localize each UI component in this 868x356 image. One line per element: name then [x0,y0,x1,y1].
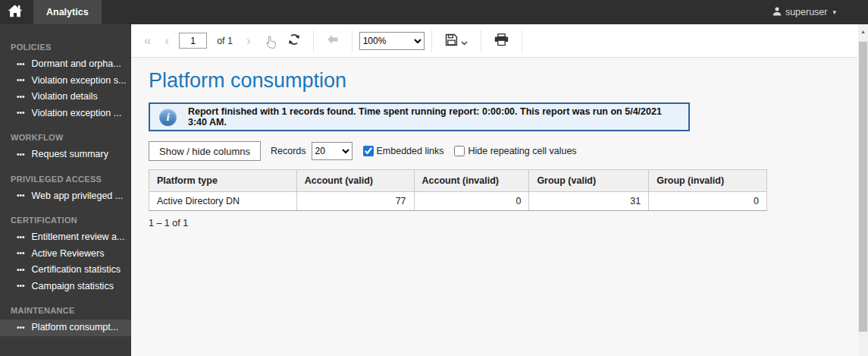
show-hide-columns-button[interactable]: Show / hide columns [149,141,261,161]
section-title: MAINTENANCE [0,295,131,320]
sidebar-item-label: Certification statistics [32,265,121,276]
section-title: WORKFLOW [0,121,131,146]
section-title: POLICIES [0,43,131,56]
page-count-label: of 1 [217,36,233,46]
export-button[interactable] [439,30,474,52]
next-page-button[interactable]: › [240,34,258,47]
home-icon [8,5,22,20]
sidebar-item-label: Web app privileged ... [32,191,124,202]
page-title: Platform consumption [149,69,858,93]
cell-group-invalid: 0 [649,192,767,211]
report-content: Platform consumption i Report finished w… [131,69,858,228]
hide-repeating-checkbox[interactable] [454,146,465,156]
hand-cursor-icon [265,34,277,52]
sidebar-item-entitlement-review[interactable]: ••• Entitlement review a... [0,229,131,246]
sidebar-item-certification-statistics[interactable]: ••• Certification statistics [0,262,131,279]
sidebar-item-violation-exception-s[interactable]: ••• Violation exception s... [0,73,131,90]
column-header-account-valid: Account (valid) [296,170,414,192]
sidebar-item-label: Entitlement review a... [32,232,125,243]
refresh-icon [288,33,300,48]
sidebar-item-label: Active Reviewers [32,249,105,260]
sidebar-section-maintenance: MAINTENANCE ••• Platform consumpt... [0,295,131,336]
cell-account-invalid: 0 [414,192,529,211]
first-page-button[interactable]: « [137,34,158,47]
sidebar-item-label: Request summary [32,150,108,160]
user-name: superuser [785,7,828,17]
toolbar-separator [352,30,353,52]
row-range-label: 1 – 1 of 1 [149,218,858,228]
hide-repeating-control[interactable]: Hide repeating cell values [454,146,576,156]
scrollbar-thumb[interactable] [859,42,867,332]
home-button[interactable] [0,0,29,24]
sidebar-item-request-summary[interactable]: ••• Request summary [0,146,131,163]
toolbar-separator [481,30,481,52]
sidebar-item-web-app-privileged[interactable]: ••• Web app privileged ... [0,188,131,205]
sidebar-section-policies: POLICIES ••• Dormant and orpha... ••• Vi… [0,43,131,121]
topbar: Analytics superuser ▾ [0,0,868,24]
embedded-links-control[interactable]: Embedded links [363,146,444,156]
report-item-icon: ••• [17,234,25,241]
toolbar-separator [431,30,432,52]
table-row: Active Directory DN 77 0 31 0 [149,192,767,211]
page-number-input[interactable] [179,33,207,49]
section-title: CERTIFICATION [0,204,131,229]
user-menu[interactable]: superuser ▾ [772,7,836,18]
sidebar-item-violation-details[interactable]: ••• Violation details [0,89,131,106]
sidebar-item-label: Violation exception ... [32,109,122,119]
report-info-banner: i Report finished with 1 records found. … [149,102,690,131]
column-header-group-invalid: Group (invalid) [649,170,767,192]
sidebar-section-privileged-access: PRIVILEGED ACCESS ••• Web app privileged… [0,163,131,205]
sidebar-item-platform-consumption[interactable]: ••• Platform consumpt... [0,320,131,336]
sidebar-item-violation-exception[interactable]: ••• Violation exception ... [0,106,131,122]
toolbar-separator [313,30,314,52]
hide-repeating-label: Hide repeating cell values [468,146,576,156]
cell-account-valid: 77 [296,192,414,211]
print-button[interactable] [488,30,515,52]
chevron-down-icon [461,36,468,48]
refresh-button[interactable] [282,30,306,51]
report-item-icon: ••• [17,93,25,101]
column-header-group-valid: Group (valid) [529,170,649,192]
report-item-icon: ••• [17,282,25,290]
tab-analytics[interactable]: Analytics [33,0,102,24]
column-header-account-invalid: Account (invalid) [414,170,529,192]
cell-group-valid: 31 [529,192,649,211]
report-item-icon: ••• [17,77,25,84]
printer-icon [494,33,509,49]
records-label: Records [271,146,306,156]
report-item-icon: ••• [17,109,25,117]
report-table: Platform type Account (valid) Account (i… [149,169,767,211]
table-header-row: Platform type Account (valid) Account (i… [149,170,767,192]
sidebar: POLICIES ••• Dormant and orpha... ••• Vi… [0,24,131,356]
sidebar-item-active-reviewers[interactable]: ••• Active Reviewers [0,246,131,263]
report-item-icon: ••• [17,61,25,68]
report-item-icon: ••• [17,250,25,257]
sidebar-item-label: Campaign statistics [32,282,114,292]
previous-page-button[interactable]: ‹ [158,34,176,47]
chevron-down-icon: ▾ [832,8,836,16]
back-button[interactable] [321,31,345,50]
sidebar-item-label: Platform consumpt... [32,323,119,333]
sidebar-item-label: Dormant and orpha... [32,59,121,70]
zoom-select[interactable]: 100% [359,32,425,50]
embedded-links-label: Embedded links [377,146,444,156]
records-per-page-select[interactable]: 20 [312,142,353,160]
report-status-text: Report finished with 1 records found. Ti… [188,106,679,128]
sidebar-item-dormant-and-orphaned[interactable]: ••• Dormant and orpha... [0,56,131,73]
section-title: PRIVILEGED ACCESS [0,163,131,188]
sidebar-section-certification: CERTIFICATION ••• Entitlement review a..… [0,204,131,295]
embedded-links-checkbox[interactable] [363,146,374,156]
report-toolbar: « ‹ of 1 › [131,24,858,58]
sidebar-section-workflow: WORKFLOW ••• Request summary [0,121,131,163]
sidebar-item-label: Violation exception s... [32,76,127,87]
scroll-up-icon[interactable]: ▴ [858,28,868,35]
report-item-icon: ••• [17,151,25,159]
toolbar-separator [522,30,522,52]
report-item-icon: ••• [17,324,25,332]
report-item-icon: ••• [17,192,25,200]
info-icon: i [159,109,177,126]
sidebar-item-campaign-statistics[interactable]: ••• Campaign statistics [0,279,131,295]
back-arrow-icon [327,34,339,47]
report-item-icon: ••• [17,266,25,274]
vertical-scrollbar[interactable]: ▴ [858,24,868,356]
